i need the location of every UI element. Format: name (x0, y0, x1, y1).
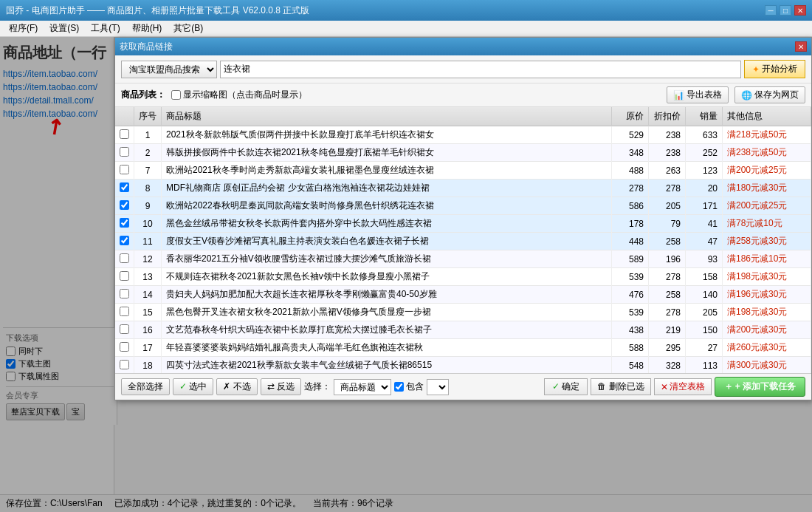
row-sales: 123 (686, 162, 723, 180)
row-checkbox-cell[interactable] (115, 321, 134, 339)
row-checkbox[interactable] (120, 289, 129, 298)
window-title: 国乔 - 电商图片助手 —— 商品图片、相册照片批量下载工具 V62.0.0.8… (6, 4, 309, 17)
menu-settings[interactable]: 设置(S) (44, 21, 85, 36)
row-checkbox-cell[interactable] (115, 357, 134, 374)
row-checkbox-cell[interactable] (115, 286, 134, 304)
export-table-button[interactable]: 📊 导出表格 (667, 86, 729, 103)
maximize-button[interactable]: □ (780, 5, 791, 16)
table-row[interactable]: 11 度假女王V领春沙滩裙写真礼服主持表演女装白色名媛连衣裙子长裙 448 25… (115, 233, 811, 250)
confirm-button[interactable]: ✓ 确定 (544, 378, 588, 395)
col-header-other: 其他信息 (723, 107, 811, 126)
table-row[interactable]: 9 欧洲站2022春秋明星秦岚同款高端女装时尚修身黑色针织绣花连衣裙 586 2… (115, 197, 811, 215)
clear-table-button[interactable]: ✕ 清空表格 (654, 378, 712, 395)
dialog-close-button[interactable]: ✕ (795, 41, 807, 52)
search-type-dropdown[interactable]: 淘宝联盟商品搜索 (121, 61, 217, 78)
table-row[interactable]: 2 韩版拼接假两件中长款连衣裙2021秋冬纯色显瘦打底裙羊毛针织裙女 348 2… (115, 144, 811, 162)
table-row[interactable]: 12 香衣丽华2021五分袖V领收腰雪纺连衣裙过膝大摆沙滩气质旅游长裙 589 … (115, 250, 811, 268)
show-thumbnail-label[interactable]: 显示缩略图（点击商品时显示） (171, 89, 307, 101)
include-checkbox[interactable] (394, 382, 404, 392)
table-row[interactable]: 7 欧洲站2021秋冬季时尚走秀新款高端女装礼服裙墨色显瘦丝绒连衣裙 488 2… (115, 162, 811, 180)
minimize-button[interactable]: ─ (765, 5, 777, 16)
row-checkbox[interactable] (120, 236, 129, 245)
show-thumbnail-checkbox[interactable] (171, 90, 181, 100)
main-area: 商品地址（一行 https://item.taobao.com/ https:/… (0, 37, 812, 512)
select-all-button[interactable]: 全部选择 (121, 378, 170, 395)
row-price: 539 (612, 268, 649, 286)
table-row[interactable]: 16 文艺范春秋冬针织大码连衣裙中长款厚打底宽松大摆过膝毛衣长裙子 438 21… (115, 321, 811, 339)
uncheck-button[interactable]: ✗ 不选 (216, 378, 257, 395)
row-checkbox-cell[interactable] (115, 197, 134, 215)
row-checkbox-cell[interactable] (115, 233, 134, 250)
check-label: 选中 (189, 381, 207, 392)
row-checkbox[interactable] (120, 360, 129, 369)
row-num: 10 (134, 215, 162, 233)
row-price: 586 (612, 197, 649, 215)
menu-other[interactable]: 其它(B) (168, 21, 209, 36)
analyze-button[interactable]: ✦ 开始分析 (744, 60, 805, 78)
table-row[interactable]: 10 黑色金丝绒吊带裙女秋冬长款两件套内搭外穿中长款大码性感连衣裙 178 79… (115, 215, 811, 233)
row-checkbox[interactable] (120, 253, 129, 263)
close-button[interactable]: ✕ (794, 5, 806, 16)
row-num: 7 (134, 162, 162, 180)
table-body: 1 2021秋冬新款韩版气质假两件拼接中长款显瘦打底羊毛针织连衣裙女 529 2… (115, 126, 811, 374)
export-icon: 📊 (673, 90, 684, 100)
search-input[interactable] (220, 61, 741, 78)
table-row[interactable]: 14 贵妇夫人妈妈加肥加配大衣超长连衣裙厚秋冬季刚懒赢富贵40-50岁雅 476… (115, 286, 811, 304)
row-num: 14 (134, 286, 162, 304)
table-row[interactable]: 15 黑色包臀开叉连衣裙女秋冬2021新款小黑裙V领修身气质显瘦一步裙 539 … (115, 304, 811, 321)
row-checkbox-cell[interactable] (115, 215, 134, 233)
clear-label: 清空表格 (670, 380, 705, 393)
row-num: 17 (134, 339, 162, 357)
row-other: 满200元减30元 (723, 321, 811, 339)
row-checkbox-cell[interactable] (115, 250, 134, 268)
row-title: 不规则连衣裙秋冬2021新款女黑色长袖v领中长款修身显瘦小黑裙子 (162, 268, 612, 286)
row-discount: 238 (649, 126, 686, 144)
table-row[interactable]: 17 年轻喜婆婆婆装妈妈结婚礼服高贵夫人高端羊毛红色旗袍连衣裙秋 588 295… (115, 339, 811, 357)
delete-button[interactable]: 🗑 删除已选 (591, 378, 650, 395)
row-checkbox-cell[interactable] (115, 144, 134, 162)
check-button[interactable]: ✓ 选中 (173, 378, 213, 395)
add-download-button[interactable]: ＋ + 添加下载任务 (715, 377, 805, 397)
save-webpage-button[interactable]: 🌐 保存为网页 (734, 86, 805, 103)
plus-icon: ＋ (724, 380, 733, 393)
reverse-button[interactable]: ⇄ 反选 (261, 378, 301, 395)
row-checkbox[interactable] (120, 200, 129, 210)
product-table-container[interactable]: 序号 商品标题 原价 折扣价 销量 其他信息 1 2021秋冬新款韩版气质假两件… (115, 107, 811, 373)
menu-tools[interactable]: 工具(T) (85, 21, 125, 36)
row-checkbox[interactable] (120, 129, 129, 139)
row-discount: 278 (649, 304, 686, 321)
row-checkbox-cell[interactable] (115, 268, 134, 286)
row-num: 18 (134, 357, 162, 374)
include-type-select[interactable]: ▼ (427, 379, 449, 395)
row-checkbox[interactable] (120, 271, 129, 281)
row-checkbox[interactable] (120, 307, 129, 316)
table-row[interactable]: 13 不规则连衣裙秋冬2021新款女黑色长袖v领中长款修身显瘦小黑裙子 539 … (115, 268, 811, 286)
row-checkbox-cell[interactable] (115, 339, 134, 357)
title-bar: 国乔 - 电商图片助手 —— 商品图片、相册照片批量下载工具 V62.0.0.8… (0, 0, 812, 21)
row-checkbox[interactable] (120, 342, 129, 352)
row-price: 548 (612, 357, 649, 374)
row-checkbox-cell[interactable] (115, 162, 134, 180)
table-row[interactable]: 18 四英寸法式连衣裙2021秋季新款女装丰气金丝绒裙子气质长裙86515 54… (115, 357, 811, 374)
field-select[interactable]: 商品标题 (334, 379, 391, 395)
row-checkbox[interactable] (120, 324, 129, 334)
row-checkbox[interactable] (120, 218, 129, 228)
row-checkbox[interactable] (120, 182, 129, 192)
menu-help[interactable]: 帮助(H) (126, 21, 168, 36)
export-label: 导出表格 (687, 89, 722, 101)
row-checkbox[interactable] (120, 147, 129, 157)
row-num: 16 (134, 321, 162, 339)
delete-label: 删除已选 (609, 381, 644, 392)
menu-program[interactable]: 程序(F) (3, 21, 44, 36)
uncheck-icon: ✗ (223, 381, 230, 392)
row-checkbox-cell[interactable] (115, 304, 134, 321)
row-title: 欧洲站2022春秋明星秦岚同款高端女装时尚修身黑色针织绣花连衣裙 (162, 197, 612, 215)
row-discount: 258 (649, 233, 686, 250)
row-checkbox-cell[interactable] (115, 180, 134, 197)
row-title: 欧洲站2021秋冬季时尚走秀新款高端女装礼服裙墨色显瘦丝绒连衣裙 (162, 162, 612, 180)
row-checkbox-cell[interactable] (115, 126, 134, 144)
reverse-icon: ⇄ (267, 381, 275, 392)
table-row[interactable]: 1 2021秋冬新款韩版气质假两件拼接中长款显瘦打底羊毛针织连衣裙女 529 2… (115, 126, 811, 144)
row-checkbox[interactable] (120, 165, 129, 174)
table-row[interactable]: 8 MDF礼物商店 原创正品约会裙 少女蓝白格泡泡袖连衣裙花边娃娃裙 278 2… (115, 180, 811, 197)
